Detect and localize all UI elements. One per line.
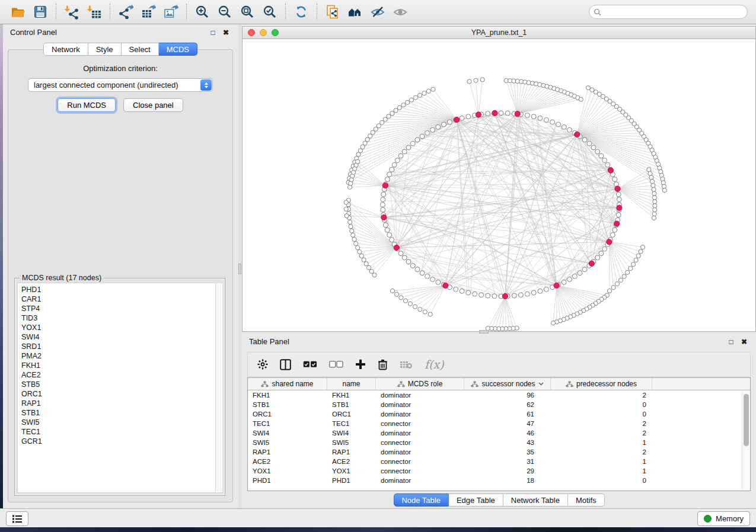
tab-style[interactable]: Style (88, 43, 122, 56)
list-item[interactable]: STB5 (21, 380, 222, 389)
column-header-filler (652, 378, 750, 390)
desktop-wallpaper-bottom (0, 527, 756, 532)
list-item[interactable]: TID3 (21, 313, 222, 323)
list-item[interactable]: ORC1 (21, 389, 222, 399)
table-cell: dominator (376, 428, 464, 438)
network-titlebar[interactable]: YPA_prune.txt_1 (242, 26, 756, 39)
table-tabs: Node Table Edge Table Network Table Moti… (393, 493, 604, 507)
refresh-icon[interactable] (293, 4, 310, 20)
mcds-result-groupbox: MCDS result (17 nodes) PHD1CAR1STP4TID3Y… (14, 278, 225, 496)
hide-selected-icon[interactable] (369, 4, 386, 20)
network-canvas[interactable] (242, 39, 756, 332)
list-item[interactable]: YOX1 (21, 323, 222, 332)
import-table-icon[interactable] (86, 4, 103, 20)
table-row[interactable]: SWI4SWI4dominator462 (248, 428, 750, 438)
table-row[interactable]: ORC1ORC1dominator610 (248, 409, 750, 419)
open-session-icon[interactable] (9, 4, 26, 20)
table-row[interactable]: RAP1RAP1dominator352 (248, 447, 750, 457)
close-panel-icon[interactable]: ✖ (739, 337, 749, 347)
float-window-icon[interactable]: □ (208, 28, 218, 37)
list-item[interactable]: TEC1 (21, 427, 222, 437)
new-network-from-selection-icon[interactable] (324, 4, 341, 20)
select-all-icon[interactable] (303, 361, 317, 368)
network-graph[interactable] (243, 39, 755, 331)
tab-network-table[interactable]: Network Table (503, 493, 568, 507)
zoom-selected-icon[interactable] (261, 4, 278, 20)
split-columns-icon[interactable] (280, 359, 291, 370)
table-row[interactable]: SWI5SWI5connector431 (248, 438, 750, 447)
table-cell: RAP1 (248, 447, 327, 457)
table-row[interactable]: TEC1TEC1connector472 (248, 419, 750, 428)
export-image-icon[interactable] (162, 4, 179, 20)
table-row[interactable]: PHD1PHD1dominator180 (248, 476, 750, 485)
table-cell: SWI5 (327, 438, 376, 447)
table-scrollbar[interactable] (742, 391, 749, 490)
zoom-out-icon[interactable] (216, 4, 233, 20)
list-item[interactable]: STB1 (21, 408, 222, 418)
list-item[interactable]: PHD1 (21, 285, 222, 294)
save-session-icon[interactable] (32, 4, 49, 20)
list-item[interactable]: SWI4 (21, 332, 222, 342)
list-item[interactable]: FKH1 (21, 361, 222, 370)
tab-mcds[interactable]: MCDS (159, 43, 197, 56)
list-item[interactable]: STP4 (21, 304, 222, 313)
list-item[interactable]: ACE2 (21, 370, 222, 380)
column-header-successor-nodes[interactable]: successor nodes (464, 378, 551, 390)
deselect-all-icon[interactable] (329, 361, 343, 368)
splitter-handle[interactable] (238, 264, 241, 274)
list-item[interactable]: SWI5 (21, 418, 222, 427)
list-item[interactable]: SRD1 (21, 342, 222, 351)
table-row[interactable]: ACE2ACE2connector311 (248, 457, 750, 466)
list-item[interactable]: PMA2 (21, 351, 222, 361)
table-cell: 0 (551, 476, 652, 485)
table-toolbar: f(x) (247, 352, 751, 377)
list-item[interactable]: RAP1 (21, 399, 222, 408)
table-cell: 2 (551, 390, 652, 400)
close-panel-button[interactable]: Close panel (123, 98, 183, 112)
table-cell: 1 (551, 466, 652, 476)
mcds-result-list[interactable]: PHD1CAR1STP4TID3YOX1SWI4SRD1PMA2FKH1ACE2… (17, 283, 222, 493)
control-panel: Control Panel □ ✖ Network Style Select M… (3, 24, 238, 508)
task-history-button[interactable] (6, 511, 28, 526)
table-cell: 31 (464, 457, 551, 466)
add-entry-icon[interactable] (355, 359, 366, 370)
column-header-name[interactable]: name (327, 378, 376, 390)
show-all-icon[interactable] (392, 4, 409, 20)
export-table-icon[interactable] (140, 4, 157, 20)
table-row[interactable]: YOX1YOX1connector291 (248, 466, 750, 476)
status-bar: Memory (0, 508, 756, 527)
table-panel-title: Table Panel (249, 337, 289, 346)
scrollbar-thumb[interactable] (744, 394, 749, 446)
close-panel-icon[interactable]: ✖ (221, 28, 231, 37)
memory-button[interactable]: Memory (697, 511, 750, 526)
column-header-mcds-role[interactable]: MCDS role (376, 378, 464, 390)
table-row[interactable]: STB1STB1dominator620 (248, 400, 750, 409)
view-group (317, 0, 416, 24)
zoom-in-icon[interactable] (194, 4, 210, 20)
tab-motifs[interactable]: Motifs (568, 493, 605, 507)
table-row[interactable]: FKH1FKH1dominator962 (248, 390, 750, 400)
run-mcds-button[interactable]: Run MCDS (58, 98, 116, 112)
table-cell: PHD1 (327, 476, 376, 485)
export-network-icon[interactable] (117, 4, 134, 20)
node-table: shared name name MCDS role successor nod… (247, 377, 751, 491)
list-item[interactable]: GCR1 (21, 437, 222, 446)
import-network-icon[interactable] (63, 4, 80, 20)
table-cell: 61 (464, 409, 551, 419)
delete-entry-icon[interactable] (378, 359, 388, 370)
column-header-predecessor-nodes[interactable]: predecessor nodes (551, 378, 652, 390)
tab-edge-table[interactable]: Edge Table (449, 493, 503, 507)
zoom-fit-icon[interactable] (239, 4, 256, 20)
column-header-shared-name[interactable]: shared name (248, 378, 327, 390)
tab-node-table[interactable]: Node Table (393, 493, 449, 507)
optimization-criterion-select[interactable]: largest connected component (undirected) (28, 78, 213, 92)
first-neighbors-icon[interactable] (347, 4, 363, 20)
vertical-splitter[interactable] (238, 24, 242, 508)
float-window-icon[interactable]: □ (726, 337, 736, 347)
tab-network[interactable]: Network (43, 43, 88, 56)
gear-icon[interactable] (257, 359, 268, 370)
search-input[interactable] (589, 5, 748, 19)
mcds-list-scrollbar[interactable] (215, 283, 222, 493)
list-item[interactable]: CAR1 (21, 294, 222, 304)
tab-select[interactable]: Select (122, 43, 159, 56)
